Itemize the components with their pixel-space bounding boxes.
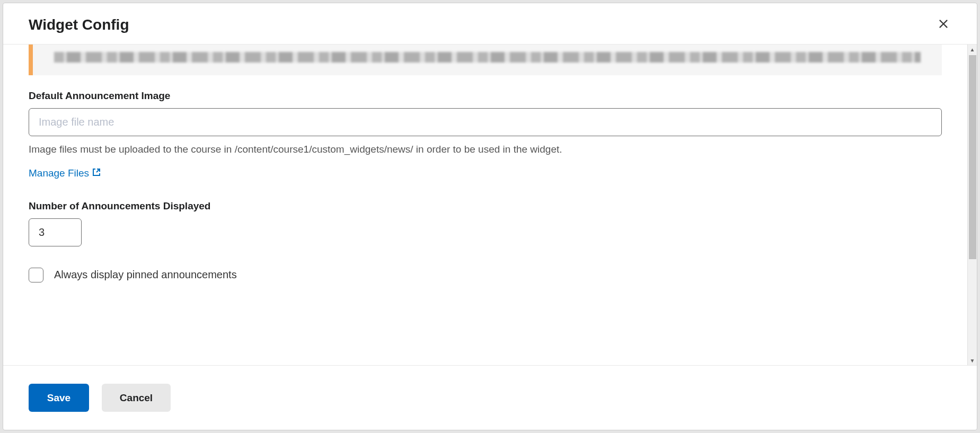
manage-files-row: Manage Files bbox=[29, 167, 942, 179]
save-button[interactable]: Save bbox=[29, 384, 89, 412]
modal-body-wrapper: Default Announcement Image Image files m… bbox=[3, 45, 977, 365]
image-help-text: Image files must be uploaded to the cour… bbox=[29, 143, 942, 157]
scrollbar-down-arrow-icon[interactable]: ▼ bbox=[968, 356, 977, 365]
info-banner bbox=[29, 45, 942, 75]
blurred-text-placeholder bbox=[54, 52, 921, 63]
modal-footer: Save Cancel bbox=[3, 365, 977, 430]
modal-title: Widget Config bbox=[29, 16, 129, 33]
image-filename-input[interactable] bbox=[29, 108, 942, 136]
close-icon bbox=[938, 18, 949, 31]
image-field-group: Default Announcement Image Image files m… bbox=[29, 90, 942, 157]
manage-files-link[interactable]: Manage Files bbox=[29, 167, 101, 179]
scrollbar-up-arrow-icon[interactable]: ▲ bbox=[968, 45, 977, 54]
manage-files-label: Manage Files bbox=[29, 167, 89, 179]
scrollbar[interactable]: ▲ ▼ bbox=[967, 45, 977, 365]
pinned-checkbox-label[interactable]: Always display pinned announcements bbox=[54, 269, 237, 281]
external-link-icon bbox=[92, 167, 101, 179]
modal-header: Widget Config bbox=[3, 3, 977, 45]
pinned-checkbox-row: Always display pinned announcements bbox=[29, 268, 942, 282]
count-field-group: Number of Announcements Displayed bbox=[29, 200, 942, 246]
close-button[interactable] bbox=[935, 16, 951, 33]
pinned-checkbox[interactable] bbox=[29, 268, 43, 282]
image-field-label: Default Announcement Image bbox=[29, 90, 942, 102]
modal-body: Default Announcement Image Image files m… bbox=[3, 45, 967, 365]
cancel-button[interactable]: Cancel bbox=[102, 384, 171, 412]
announcements-count-input[interactable] bbox=[29, 218, 82, 246]
scrollbar-thumb[interactable] bbox=[969, 55, 976, 259]
count-field-label: Number of Announcements Displayed bbox=[29, 200, 942, 212]
widget-config-modal: Widget Config Default Announcement Image… bbox=[3, 3, 977, 430]
